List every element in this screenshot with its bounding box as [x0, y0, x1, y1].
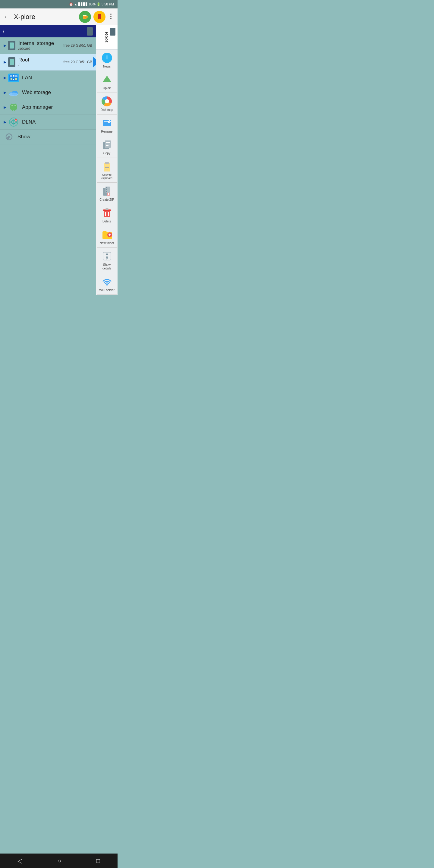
updir-icon [101, 73, 113, 86]
time-text: 3:58 PM [101, 2, 114, 6]
toolbar-rename-button[interactable]: Rename [97, 115, 117, 136]
news-svg-icon: i [101, 52, 113, 64]
nav-item-web-storage[interactable]: ▶ Web storage [0, 85, 96, 100]
dlna-icon [8, 118, 19, 126]
back-button[interactable]: ← [4, 13, 10, 21]
toolbar-diskmap-button[interactable]: Disk map [97, 93, 117, 115]
delete-label: Delete [102, 220, 111, 223]
toolbar-copy-clipboard-button[interactable]: Copy to clipboard [97, 158, 117, 183]
svg-point-4 [85, 17, 86, 18]
svg-text:i: i [106, 55, 107, 61]
expand-arrow-dlna[interactable]: ▶ [4, 120, 6, 124]
expand-arrow-web[interactable]: ▶ [4, 90, 6, 95]
expand-arrow-lan[interactable]: ▶ [4, 76, 6, 80]
dlna-svg-icon [8, 118, 19, 127]
show-details-icon: ? [101, 250, 113, 262]
root-info: Root / [19, 57, 64, 67]
nav-item-show[interactable]: Show [0, 130, 96, 144]
toolbar-wifi-server-button[interactable]: WiFi server [97, 273, 117, 295]
left-panel: / ▶ Internal storage /sdcard free 29 GB/… [0, 25, 96, 295]
svg-rect-13 [13, 79, 14, 80]
beer-badge-button[interactable] [79, 11, 91, 23]
svg-rect-10 [13, 75, 14, 76]
svg-point-76 [106, 284, 107, 285]
copy-svg-icon [101, 139, 113, 150]
create-zip-icon [101, 185, 113, 197]
show-icon [4, 133, 14, 141]
battery-text: 85% [89, 2, 96, 6]
internal-size: free 29 GB/51 GB [64, 43, 92, 48]
lan-icon [8, 73, 19, 82]
svg-rect-21 [10, 107, 11, 109]
app-bar-actions [79, 11, 114, 23]
svg-rect-12 [10, 78, 12, 80]
svg-rect-2 [83, 15, 87, 16]
news-label: News [103, 65, 111, 68]
toolbar-delete-button[interactable]: Delete [97, 204, 117, 226]
expand-arrow-app[interactable]: ▶ [4, 105, 6, 110]
news-icon: i [101, 52, 113, 64]
svg-rect-57 [106, 187, 107, 188]
svg-rect-23 [12, 109, 13, 111]
show-details-label: Show details [98, 263, 116, 270]
svg-rect-58 [106, 189, 107, 190]
toolbar-show-details-button[interactable]: ? Show details [97, 248, 117, 273]
storage-item-root[interactable]: ▶ Root / free 29 GB/51 GB [0, 54, 96, 70]
bookmark-badge-button[interactable] [93, 11, 105, 23]
new-folder-icon [101, 228, 113, 241]
diskmap-icon [101, 95, 113, 107]
storage-item-internal[interactable]: ▶ Internal storage /sdcard free 29 GB/51… [0, 37, 96, 54]
toolbar-updir-button[interactable]: Up dir [97, 71, 117, 93]
toolbar-copy-button[interactable]: Copy [97, 136, 117, 158]
cloud-icon [8, 88, 19, 97]
svg-rect-22 [16, 107, 17, 109]
svg-point-18 [9, 93, 18, 96]
status-bar: ⏰ ▲ ▋▋▋▋ 85% 🔋 3:58 PM [0, 0, 118, 8]
wifi-icon: ▲ [74, 2, 78, 6]
path-separator: / [3, 29, 4, 34]
web-storage-name: Web storage [22, 90, 51, 96]
svg-text:?: ? [105, 256, 108, 261]
show-svg-icon [4, 132, 14, 142]
android-icon [8, 103, 19, 112]
rename-icon [101, 117, 113, 129]
expand-arrow-internal[interactable]: ▶ [4, 43, 6, 48]
new-folder-label: New folder [100, 241, 114, 245]
battery-icon: 🔋 [96, 2, 101, 6]
internal-info: Internal storage /sdcard [19, 40, 64, 51]
bookmark-icon [96, 13, 103, 20]
svg-rect-9 [10, 75, 12, 77]
updir-label: Up dir [103, 87, 111, 90]
nav-item-dlna[interactable]: ▶ DLNA [0, 115, 96, 130]
main-content: / ▶ Internal storage /sdcard free 29 GB/… [0, 25, 118, 295]
create-zip-label: Create ZIP [99, 198, 114, 202]
svg-rect-14 [15, 78, 17, 80]
svg-rect-1 [87, 16, 88, 18]
show-name: Show [18, 134, 30, 140]
toolbar-news-button[interactable]: i News [97, 50, 117, 71]
nav-item-app-manager[interactable]: ▶ App manager [0, 100, 96, 115]
toolbar-create-zip-button[interactable]: Create ZIP [97, 183, 117, 204]
svg-rect-20 [10, 106, 17, 110]
alarm-icon: ⏰ [69, 2, 73, 6]
nav-item-lan[interactable]: ▶ LAN [0, 70, 96, 85]
android-svg-icon [9, 102, 19, 112]
svg-rect-51 [105, 162, 109, 164]
overflow-menu-button[interactable] [108, 12, 114, 22]
expand-arrow-root[interactable]: ▶ [4, 60, 6, 64]
delete-svg-icon [101, 207, 113, 218]
svg-point-37 [7, 137, 9, 139]
rename-label: Rename [101, 130, 113, 133]
toolbar-new-folder-button[interactable]: New folder [97, 226, 117, 248]
selected-indicator-arrow [93, 57, 96, 67]
status-icons: ⏰ ▲ ▋▋▋▋ 85% 🔋 3:58 PM [69, 2, 114, 6]
lan-name: LAN [22, 75, 32, 81]
root-path: / [19, 63, 64, 67]
copy-clipboard-icon [101, 160, 113, 173]
cloud-svg-icon [8, 88, 19, 97]
wifi-server-label: WiFi server [99, 288, 115, 292]
copy-icon [101, 138, 113, 151]
diskmap-label: Disk map [101, 108, 113, 112]
beer-icon [82, 13, 89, 21]
root-size: free 29 GB/51 GB [64, 60, 92, 64]
